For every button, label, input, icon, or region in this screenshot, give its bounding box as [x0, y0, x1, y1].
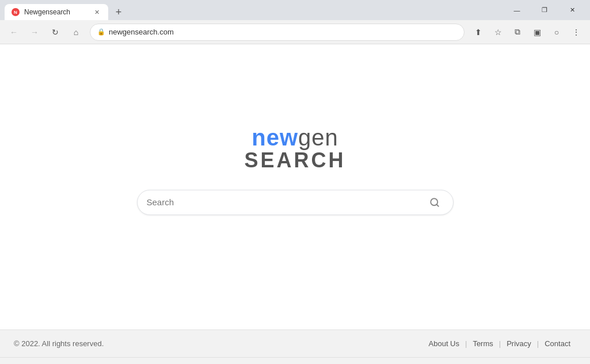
new-tab-button[interactable]: +	[111, 4, 127, 20]
maximize-button[interactable]: ❐	[531, 0, 558, 20]
tab-title: Newgensearch	[24, 8, 87, 16]
contact-link[interactable]: Contact	[539, 339, 576, 348]
page-main: newgen SEARCH	[0, 44, 590, 329]
lock-icon: 🔒	[97, 28, 105, 36]
terms-link[interactable]: Terms	[467, 339, 498, 348]
forward-button[interactable]: →	[25, 23, 44, 41]
page-footer: © 2022. All rights reserved. About Us | …	[0, 329, 590, 357]
profile-icon: ○	[554, 28, 559, 37]
search-icon	[429, 197, 440, 208]
copyright-text: © 2022. All rights reserved.	[14, 339, 104, 348]
address-text: newgensearch.com	[109, 28, 457, 36]
logo-search-word: SEARCH	[244, 148, 345, 173]
extension-button[interactable]: ⧉	[508, 23, 527, 41]
page-content: newgen SEARCH © 2022. All rights reserve…	[0, 44, 590, 357]
logo-line1: newgen	[252, 125, 338, 151]
about-us-link[interactable]: About Us	[423, 339, 465, 348]
forward-icon: →	[31, 28, 39, 37]
tabs-area: N Newgensearch ✕ +	[5, 0, 127, 20]
bookmark-icon: ☆	[494, 28, 502, 37]
reload-button[interactable]: ↻	[46, 23, 64, 41]
share-button[interactable]: ⬆	[469, 23, 488, 41]
search-input[interactable]	[147, 197, 425, 207]
logo-new: new	[252, 125, 298, 150]
share-icon: ⬆	[475, 28, 482, 37]
tab-close-button[interactable]: ✕	[92, 7, 101, 17]
home-icon: ⌂	[74, 28, 78, 37]
window-controls: — ❐ ✕	[504, 0, 585, 20]
privacy-link[interactable]: Privacy	[501, 339, 537, 348]
menu-button[interactable]: ⋮	[567, 23, 585, 41]
back-icon: ←	[10, 28, 18, 37]
toolbar-right-controls: ⬆ ☆ ⧉ ▣ ○ ⋮	[469, 23, 585, 41]
browser-toolbar: ← → ↻ ⌂ 🔒 newgensearch.com ⬆ ☆ ⧉ ▣	[0, 20, 590, 44]
search-submit-button[interactable]	[425, 193, 444, 212]
reload-icon: ↻	[52, 28, 59, 37]
title-bar: N Newgensearch ✕ + — ❐ ✕	[0, 0, 590, 20]
extension-icon: ⧉	[515, 27, 520, 37]
footer-links: About Us | Terms | Privacy | Contact	[423, 339, 576, 348]
logo-gen: gen	[298, 125, 338, 150]
browser-window: N Newgensearch ✕ + — ❐ ✕ ← →	[0, 0, 590, 364]
sidebar-icon: ▣	[534, 28, 541, 37]
bookmark-button[interactable]: ☆	[489, 23, 507, 41]
minimize-button[interactable]: —	[504, 0, 530, 20]
home-button[interactable]: ⌂	[67, 23, 85, 41]
tab-favicon: N	[12, 8, 20, 16]
search-bar	[137, 190, 454, 215]
close-button[interactable]: ✕	[559, 0, 585, 20]
menu-icon: ⋮	[572, 28, 580, 37]
sidebar-button[interactable]: ▣	[528, 23, 546, 41]
logo-container: newgen SEARCH	[244, 125, 345, 173]
active-tab[interactable]: N Newgensearch ✕	[5, 4, 108, 20]
address-bar[interactable]: 🔒 newgensearch.com	[90, 24, 465, 41]
svg-line-1	[436, 204, 438, 206]
profile-button[interactable]: ○	[547, 23, 566, 41]
back-button[interactable]: ←	[5, 23, 23, 41]
scrollbar-area	[0, 357, 590, 364]
